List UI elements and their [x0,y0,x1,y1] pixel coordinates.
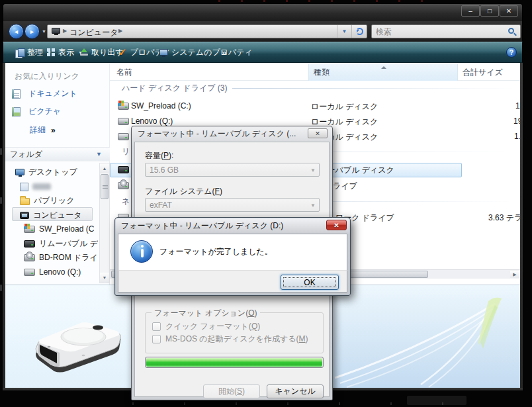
folders-label: フォルダ [10,149,42,160]
filesystem-combobox: exFAT ▼ [145,198,320,212]
favorite-links-header: お気に入りリンク [15,71,79,82]
group-header-hdd: ハード ディスク ドライブ (3) [122,83,515,93]
message-dialog-title[interactable]: フォーマット中 - リムーバブル ディスク (D:) [115,218,350,234]
cancel-button[interactable]: キャンセル [267,384,324,398]
address-bar: ◄ ► ▼ ▶ コンピュータ ▶ ▼ [3,21,523,42]
column-header-name[interactable]: 名前 [116,64,132,81]
search-box[interactable] [371,24,521,38]
explorer-titlebar[interactable]: – □ ✕ [3,3,523,21]
navigation-pane: お気に入りリンク ドキュメント ピクチャ 詳細 » フォルダ ▼ デスクトップ [5,63,110,285]
sort-ascending-icon [381,66,386,69]
capacity-combobox: 15.6 GB ▼ [145,163,320,177]
folder-icon [20,198,30,205]
tree-item-user-redacted[interactable] [20,180,55,193]
ok-button[interactable]: OK [281,275,339,290]
computer-icon [20,212,29,219]
refresh-icon [356,28,363,35]
close-button[interactable]: ✕ [500,5,518,17]
pictures-label: ピクチャ [28,106,61,117]
help-button[interactable]: ? [506,47,517,58]
start-button: 開始(S) [203,384,260,398]
window-controls: – □ ✕ [461,5,518,17]
toolbar-overflow-chevron[interactable]: » [222,42,226,62]
checkbox-icon [152,335,161,343]
search-icon [508,28,514,34]
group-rule [232,88,515,89]
organize-label: 整理 [27,47,43,58]
removable-drive-icon [24,240,35,248]
chevron-down-icon: ▼ [96,151,102,158]
column-header-size[interactable]: 合計サイズ [463,64,503,81]
back-button[interactable]: ◄ [9,24,24,39]
system-properties-label: システムのプロパティ [171,47,253,58]
progress-fill [146,358,322,367]
tree-scrollbar[interactable]: ▲ ▼ [99,163,110,283]
redacted-user-label [32,183,51,190]
minimize-button[interactable]: – [461,5,480,17]
desktop-icon [15,169,24,175]
info-icon [130,240,153,263]
details-label: 詳細 [30,124,46,136]
message-text: フォーマットが完了しました。 [159,246,273,257]
sidebar-item-pictures[interactable]: ピクチャ [5,105,110,118]
scroll-right-button[interactable]: ▶ [510,271,519,278]
refresh-button[interactable] [351,25,367,38]
breadcrumb-separator: ▶ [63,28,67,34]
address-dropdown[interactable]: ▼ [337,25,351,38]
wallpaper-fragment [0,148,2,155]
capacity-label: 容量(P): [145,150,173,161]
sidebar-item-documents[interactable]: ドキュメント [5,87,110,101]
scroll-up-button[interactable]: ▲ [100,163,109,173]
quick-format-checkbox: クイック フォーマット(Q) [152,321,260,332]
format-dialog-title[interactable]: フォーマット中 - リムーバブル ディスク (... [132,126,332,141]
address-field[interactable]: ▶ コンピュータ ▶ ▼ [47,24,367,38]
drive-icon [118,133,129,140]
breadcrumb-separator[interactable]: ▶ [118,28,122,34]
tree-item-lenovo-q[interactable]: Lenovo (Q:) [24,265,98,279]
documents-label: ドキュメント [28,88,77,99]
scrollbar-thumb[interactable] [101,174,109,199]
format-complete-dialog: フォーマット中 - リムーバブル ディスク (D:) ✕ フォーマットが完了しま… [114,217,351,296]
more-links[interactable]: 詳細 » [30,124,55,136]
system-properties-button[interactable]: システムのプロパティ [157,42,255,62]
table-row[interactable]: SW_Preload (C:) ローカル ディスク 12 [110,99,520,114]
folders-band[interactable]: フォルダ ▼ [5,147,110,161]
view-grid-icon [47,48,55,56]
system-drive-icon [24,226,35,233]
device-preview-image [20,297,126,381]
format-progress-bar [145,357,324,368]
window-frame-right [520,63,523,388]
format-options-group: フォーマット オプション(O) クイック フォーマット(Q) MS-DOS の起… [145,312,324,353]
close-icon[interactable]: ✕ [326,220,347,230]
taskbar-ticks [132,402,463,405]
computer-icon [52,28,60,34]
user-folder-icon [20,183,28,191]
breadcrumb-computer[interactable]: コンピュータ [69,27,118,38]
tree-item-sw-preload[interactable]: SW_Preload (C [24,222,98,236]
documents-icon [12,89,21,99]
close-icon[interactable]: ✕ [308,128,328,138]
message-footer: OK [118,270,347,293]
search-input[interactable] [376,26,495,37]
system-drive-icon [118,103,129,110]
tree-item-desktop[interactable]: デスクトップ [15,165,77,179]
recent-pages-dropdown[interactable]: ▼ [42,29,46,34]
tree-item-removable-disk[interactable]: リムーバブル デ [24,237,98,250]
checkmark-icon: ✓ [118,46,127,58]
chevron-down-icon: ▼ [310,203,316,208]
monitor-icon [159,49,168,56]
wallpaper-fragment [0,285,2,291]
tree-item-computer[interactable]: コンピュータ [20,208,81,222]
tree-item-public[interactable]: パブリック [20,194,74,207]
desktop: Think – □ ✕ ◄ ► ▼ ▶ コンピュータ ▶ ▼ 整理 ▼ [0,0,532,407]
view-label: 表示 [58,47,74,58]
wallpaper-ticks [218,0,437,2]
scroll-down-button[interactable]: ▼ [100,273,109,283]
maximize-button[interactable]: □ [480,5,499,17]
forward-button[interactable]: ► [24,24,40,39]
filesystem-label: ファイル システム(F) [145,186,222,197]
column-header-type[interactable]: 種類 [314,64,330,81]
bdrom-drive-icon [118,182,129,189]
eject-icon [80,48,88,56]
tree-item-bdrom[interactable]: BD-ROM ドライ [24,251,98,264]
